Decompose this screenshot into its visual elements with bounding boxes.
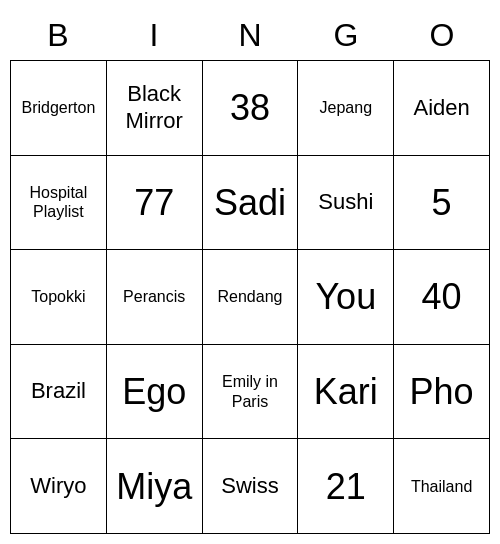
bingo-cell: Rendang xyxy=(203,250,299,345)
cell-text: Kari xyxy=(314,370,378,413)
bingo-cell: Emily in Paris xyxy=(203,345,299,440)
cell-text: Ego xyxy=(122,370,186,413)
cell-text: 77 xyxy=(134,181,174,224)
cell-text: Aiden xyxy=(413,95,469,121)
bingo-cell: Perancis xyxy=(107,250,203,345)
bingo-cell: Brazil xyxy=(11,345,107,440)
bingo-cell: Sadi xyxy=(203,156,299,251)
bingo-cell: Ego xyxy=(107,345,203,440)
bingo-cell: Bridgerton xyxy=(11,61,107,156)
bingo-cell: Hospital Playlist xyxy=(11,156,107,251)
bingo-cell: Black Mirror xyxy=(107,61,203,156)
cell-text: Hospital Playlist xyxy=(15,183,102,221)
cell-text: Rendang xyxy=(218,287,283,306)
cell-text: Sadi xyxy=(214,181,286,224)
cell-text: Thailand xyxy=(411,477,472,496)
bingo-cell: Sushi xyxy=(298,156,394,251)
bingo-cell: Thailand xyxy=(394,439,490,534)
bingo-cell: 5 xyxy=(394,156,490,251)
header-letter: I xyxy=(106,10,202,60)
bingo-cell: Jepang xyxy=(298,61,394,156)
header-letter: B xyxy=(10,10,106,60)
bingo-board: BINGO BridgertonBlack Mirror38JepangAide… xyxy=(10,10,490,534)
cell-text: Jepang xyxy=(320,98,373,117)
cell-text: Miya xyxy=(116,465,192,508)
bingo-cell: Swiss xyxy=(203,439,299,534)
cell-text: Swiss xyxy=(221,473,278,499)
cell-text: Emily in Paris xyxy=(207,372,294,410)
bingo-header: BINGO xyxy=(10,10,490,60)
bingo-cell: 77 xyxy=(107,156,203,251)
bingo-cell: Kari xyxy=(298,345,394,440)
bingo-cell: Pho xyxy=(394,345,490,440)
cell-text: Black Mirror xyxy=(111,81,198,134)
cell-text: 40 xyxy=(422,275,462,318)
cell-text: Brazil xyxy=(31,378,86,404)
header-letter: O xyxy=(394,10,490,60)
bingo-cell: 40 xyxy=(394,250,490,345)
cell-text: Perancis xyxy=(123,287,185,306)
cell-text: Wiryo xyxy=(30,473,86,499)
bingo-cell: 38 xyxy=(203,61,299,156)
header-letter: G xyxy=(298,10,394,60)
cell-text: Pho xyxy=(410,370,474,413)
header-letter: N xyxy=(202,10,298,60)
cell-text: Sushi xyxy=(318,189,373,215)
cell-text: 5 xyxy=(432,181,452,224)
bingo-cell: You xyxy=(298,250,394,345)
bingo-cell: Miya xyxy=(107,439,203,534)
cell-text: Bridgerton xyxy=(21,98,95,117)
cell-text: You xyxy=(315,275,376,318)
bingo-cell: Wiryo xyxy=(11,439,107,534)
bingo-cell: Topokki xyxy=(11,250,107,345)
cell-text: 38 xyxy=(230,86,270,129)
bingo-cell: Aiden xyxy=(394,61,490,156)
bingo-grid: BridgertonBlack Mirror38JepangAidenHospi… xyxy=(10,60,490,534)
cell-text: Topokki xyxy=(31,287,85,306)
bingo-cell: 21 xyxy=(298,439,394,534)
cell-text: 21 xyxy=(326,465,366,508)
